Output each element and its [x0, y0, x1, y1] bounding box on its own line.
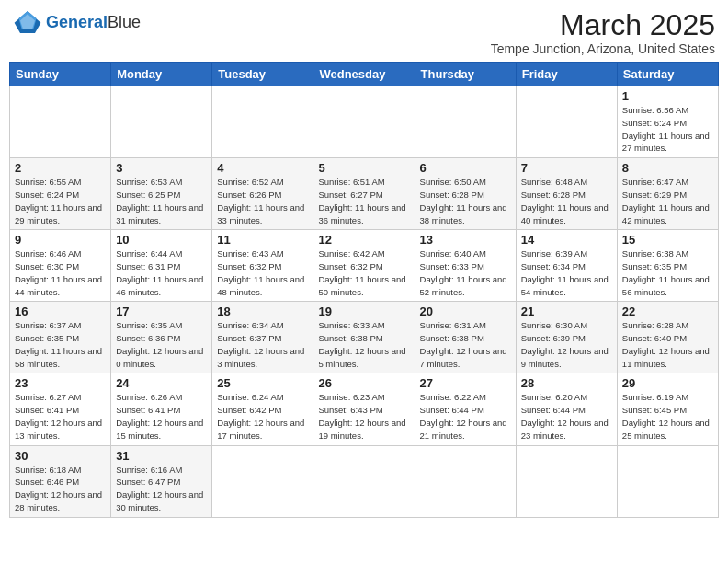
- day-info: Sunrise: 6:56 AM Sunset: 6:24 PM Dayligh…: [622, 104, 713, 155]
- logo-icon: [13, 9, 42, 35]
- calendar-cell: [212, 86, 313, 158]
- day-header-friday: Friday: [516, 63, 617, 86]
- day-info: Sunrise: 6:51 AM Sunset: 6:27 PM Dayligh…: [318, 176, 409, 226]
- calendar-cell: 14Sunrise: 6:39 AM Sunset: 6:34 PM Dayli…: [516, 230, 617, 302]
- day-number: 18: [217, 304, 308, 318]
- day-number: 22: [622, 304, 713, 318]
- day-header-wednesday: Wednesday: [313, 63, 415, 86]
- day-number: 25: [217, 376, 308, 390]
- calendar-cell: [415, 445, 516, 517]
- day-number: 24: [116, 376, 207, 390]
- day-header-thursday: Thursday: [415, 63, 516, 86]
- calendar-header-row: SundayMondayTuesdayWednesdayThursdayFrid…: [10, 63, 719, 86]
- day-number: 11: [217, 233, 308, 247]
- day-number: 6: [420, 161, 511, 175]
- calendar-cell: 8Sunrise: 6:47 AM Sunset: 6:29 PM Daylig…: [617, 158, 718, 230]
- day-info: Sunrise: 6:50 AM Sunset: 6:28 PM Dayligh…: [420, 176, 511, 226]
- month-title: March 2025: [491, 9, 715, 41]
- day-info: Sunrise: 6:18 AM Sunset: 6:46 PM Dayligh…: [15, 464, 106, 514]
- logo-text: GeneralBlue: [46, 14, 141, 30]
- calendar-cell: 26Sunrise: 6:23 AM Sunset: 6:43 PM Dayli…: [313, 373, 415, 445]
- day-info: Sunrise: 6:35 AM Sunset: 6:36 PM Dayligh…: [116, 319, 207, 370]
- calendar-cell: 25Sunrise: 6:24 AM Sunset: 6:42 PM Dayli…: [212, 373, 313, 445]
- calendar-table: SundayMondayTuesdayWednesdayThursdayFrid…: [9, 62, 719, 517]
- day-number: 10: [116, 233, 207, 247]
- title-area: March 2025 Tempe Junction, Arizona, Unit…: [491, 9, 715, 56]
- calendar-cell: 1Sunrise: 6:56 AM Sunset: 6:24 PM Daylig…: [617, 86, 718, 158]
- day-info: Sunrise: 6:46 AM Sunset: 6:30 PM Dayligh…: [15, 247, 106, 298]
- calendar-cell: [516, 86, 617, 158]
- calendar-week-row: 2Sunrise: 6:55 AM Sunset: 6:24 PM Daylig…: [10, 158, 719, 230]
- day-number: 17: [116, 304, 207, 318]
- calendar-cell: 17Sunrise: 6:35 AM Sunset: 6:36 PM Dayli…: [111, 302, 212, 373]
- calendar-cell: 31Sunrise: 6:16 AM Sunset: 6:47 PM Dayli…: [111, 445, 212, 517]
- calendar-cell: 23Sunrise: 6:27 AM Sunset: 6:41 PM Dayli…: [10, 373, 111, 445]
- day-number: 8: [622, 161, 713, 175]
- day-number: 12: [318, 233, 409, 247]
- day-info: Sunrise: 6:16 AM Sunset: 6:47 PM Dayligh…: [116, 464, 207, 514]
- day-number: 20: [420, 304, 511, 318]
- calendar-week-row: 9Sunrise: 6:46 AM Sunset: 6:30 PM Daylig…: [10, 230, 719, 302]
- day-number: 1: [622, 89, 713, 103]
- calendar-cell: 12Sunrise: 6:42 AM Sunset: 6:32 PM Dayli…: [313, 230, 415, 302]
- calendar-cell: [617, 445, 718, 517]
- calendar-cell: 19Sunrise: 6:33 AM Sunset: 6:38 PM Dayli…: [313, 302, 415, 373]
- day-header-tuesday: Tuesday: [212, 63, 313, 86]
- calendar-cell: 9Sunrise: 6:46 AM Sunset: 6:30 PM Daylig…: [10, 230, 111, 302]
- calendar-cell: 29Sunrise: 6:19 AM Sunset: 6:45 PM Dayli…: [617, 373, 718, 445]
- day-number: 16: [15, 304, 106, 318]
- calendar-cell: 7Sunrise: 6:48 AM Sunset: 6:28 PM Daylig…: [516, 158, 617, 230]
- day-number: 30: [15, 449, 106, 463]
- day-number: 19: [318, 304, 409, 318]
- day-info: Sunrise: 6:44 AM Sunset: 6:31 PM Dayligh…: [116, 247, 207, 298]
- calendar-week-row: 1Sunrise: 6:56 AM Sunset: 6:24 PM Daylig…: [10, 86, 719, 158]
- day-info: Sunrise: 6:26 AM Sunset: 6:41 PM Dayligh…: [116, 391, 207, 442]
- day-info: Sunrise: 6:31 AM Sunset: 6:38 PM Dayligh…: [420, 319, 511, 370]
- day-number: 28: [521, 376, 612, 390]
- logo: GeneralBlue: [13, 9, 141, 35]
- day-number: 21: [521, 304, 612, 318]
- day-info: Sunrise: 6:42 AM Sunset: 6:32 PM Dayligh…: [318, 247, 409, 298]
- day-info: Sunrise: 6:40 AM Sunset: 6:33 PM Dayligh…: [420, 247, 511, 298]
- calendar-cell: 10Sunrise: 6:44 AM Sunset: 6:31 PM Dayli…: [111, 230, 212, 302]
- calendar-cell: [10, 86, 111, 158]
- calendar-cell: 21Sunrise: 6:30 AM Sunset: 6:39 PM Dayli…: [516, 302, 617, 373]
- calendar-cell: 13Sunrise: 6:40 AM Sunset: 6:33 PM Dayli…: [415, 230, 516, 302]
- day-number: 31: [116, 449, 207, 463]
- day-number: 27: [420, 376, 511, 390]
- day-number: 2: [15, 161, 106, 175]
- day-number: 15: [622, 233, 713, 247]
- calendar-week-row: 30Sunrise: 6:18 AM Sunset: 6:46 PM Dayli…: [10, 445, 719, 517]
- calendar-cell: 11Sunrise: 6:43 AM Sunset: 6:32 PM Dayli…: [212, 230, 313, 302]
- day-info: Sunrise: 6:22 AM Sunset: 6:44 PM Dayligh…: [420, 391, 511, 442]
- day-info: Sunrise: 6:48 AM Sunset: 6:28 PM Dayligh…: [521, 176, 612, 226]
- day-header-monday: Monday: [111, 63, 212, 86]
- day-info: Sunrise: 6:24 AM Sunset: 6:42 PM Dayligh…: [217, 391, 308, 442]
- day-number: 4: [217, 161, 308, 175]
- day-info: Sunrise: 6:37 AM Sunset: 6:35 PM Dayligh…: [15, 319, 106, 370]
- calendar-cell: [111, 86, 212, 158]
- day-info: Sunrise: 6:23 AM Sunset: 6:43 PM Dayligh…: [318, 391, 409, 442]
- calendar-cell: 28Sunrise: 6:20 AM Sunset: 6:44 PM Dayli…: [516, 373, 617, 445]
- calendar-cell: [415, 86, 516, 158]
- calendar-cell: 3Sunrise: 6:53 AM Sunset: 6:25 PM Daylig…: [111, 158, 212, 230]
- day-info: Sunrise: 6:55 AM Sunset: 6:24 PM Dayligh…: [15, 176, 106, 226]
- calendar-cell: 16Sunrise: 6:37 AM Sunset: 6:35 PM Dayli…: [10, 302, 111, 373]
- day-info: Sunrise: 6:38 AM Sunset: 6:35 PM Dayligh…: [622, 247, 713, 298]
- day-number: 26: [318, 376, 409, 390]
- calendar-cell: 22Sunrise: 6:28 AM Sunset: 6:40 PM Dayli…: [617, 302, 718, 373]
- calendar-cell: 2Sunrise: 6:55 AM Sunset: 6:24 PM Daylig…: [10, 158, 111, 230]
- calendar-cell: 15Sunrise: 6:38 AM Sunset: 6:35 PM Dayli…: [617, 230, 718, 302]
- day-info: Sunrise: 6:19 AM Sunset: 6:45 PM Dayligh…: [622, 391, 713, 442]
- day-number: 23: [15, 376, 106, 390]
- calendar-cell: 30Sunrise: 6:18 AM Sunset: 6:46 PM Dayli…: [10, 445, 111, 517]
- day-number: 7: [521, 161, 612, 175]
- calendar-cell: [313, 86, 415, 158]
- day-info: Sunrise: 6:28 AM Sunset: 6:40 PM Dayligh…: [622, 319, 713, 370]
- calendar-week-row: 23Sunrise: 6:27 AM Sunset: 6:41 PM Dayli…: [10, 373, 719, 445]
- location: Tempe Junction, Arizona, United States: [491, 41, 715, 56]
- day-info: Sunrise: 6:34 AM Sunset: 6:37 PM Dayligh…: [217, 319, 308, 370]
- day-number: 5: [318, 161, 409, 175]
- day-info: Sunrise: 6:20 AM Sunset: 6:44 PM Dayligh…: [521, 391, 612, 442]
- calendar-cell: 20Sunrise: 6:31 AM Sunset: 6:38 PM Dayli…: [415, 302, 516, 373]
